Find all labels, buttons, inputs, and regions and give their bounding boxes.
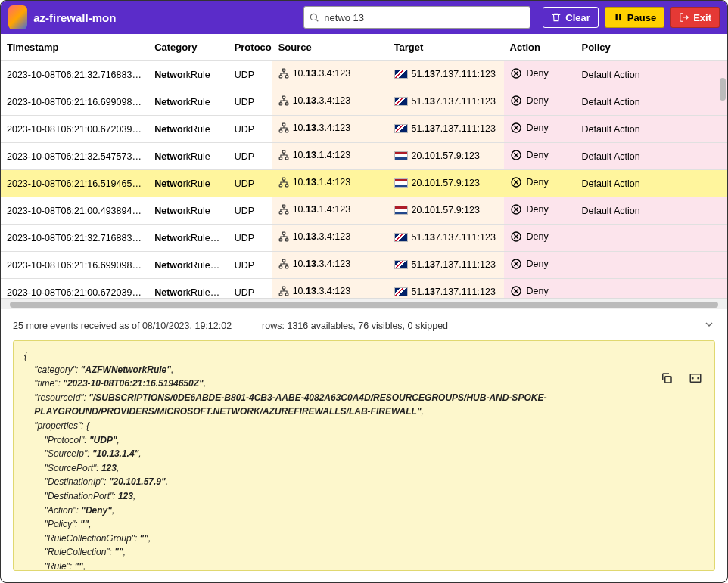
table-row[interactable]: 2023-10-08T06:21:00.6720390ZNetworkRule … — [1, 279, 727, 299]
chevron-down-icon — [703, 318, 715, 330]
cell-timestamp: 2023-10-08T06:21:32.7168830Z — [1, 225, 148, 252]
table-row[interactable]: 2023-10-08T06:21:16.5194650ZNetworkRuleU… — [1, 170, 727, 197]
table-row[interactable]: 2023-10-08T06:21:16.6990980ZNetworkRuleU… — [1, 88, 727, 116]
col-target[interactable]: Target — [388, 34, 504, 61]
events-table-wrap[interactable]: Timestamp Category Protocol Source Targe… — [1, 34, 727, 299]
col-source[interactable]: Source — [272, 34, 388, 61]
flag-icon — [394, 287, 408, 296]
cell-category: NetworkRule (legac — [148, 252, 228, 279]
cell-protocol: UDP — [229, 225, 272, 252]
cell-source: 10.13.3.4:123 — [272, 116, 388, 143]
cell-policy: Default Action — [576, 143, 728, 170]
cell-policy: Default Action — [576, 170, 728, 197]
network-icon — [278, 177, 289, 188]
cell-policy: Default Action — [576, 197, 728, 225]
svg-rect-52 — [282, 287, 285, 289]
deny-icon — [510, 122, 522, 134]
exit-button[interactable]: Exit — [670, 7, 720, 28]
search-box[interactable] — [303, 6, 530, 29]
flag-icon — [394, 233, 408, 242]
cell-category: NetworkRule — [148, 197, 228, 225]
pause-button[interactable]: Pause — [605, 7, 664, 28]
collapse-toggle[interactable] — [703, 318, 715, 333]
svg-rect-18 — [285, 130, 288, 132]
copy-icon[interactable] — [660, 371, 674, 385]
col-action[interactable]: Action — [504, 34, 576, 61]
trash-icon — [551, 12, 562, 23]
flag-icon — [394, 124, 408, 133]
flag-icon — [394, 97, 408, 106]
cell-target: 51.137.137.111:123 — [388, 116, 504, 143]
flag-icon — [394, 151, 408, 160]
cell-source: 10.13.3.4:123 — [272, 61, 388, 88]
svg-rect-48 — [285, 266, 288, 268]
app-title: az-firewall-mon — [33, 11, 116, 24]
cell-protocol: UDP — [229, 252, 272, 279]
svg-rect-58 — [665, 377, 671, 383]
cell-action: Deny — [504, 88, 576, 116]
app-header: az-firewall-mon Clear Pause Exit — [1, 1, 727, 34]
cell-timestamp: 2023-10-08T06:21:00.4938940Z — [1, 197, 148, 225]
cell-protocol: UDP — [229, 170, 272, 197]
app-logo — [8, 5, 27, 29]
clear-button[interactable]: Clear — [543, 7, 599, 28]
col-timestamp[interactable]: Timestamp — [1, 34, 148, 61]
cell-target: 51.137.137.111:123 — [388, 88, 504, 116]
search-input[interactable] — [324, 12, 525, 23]
svg-rect-35 — [279, 212, 282, 214]
cell-action: Deny — [504, 252, 576, 279]
svg-rect-12 — [285, 103, 288, 105]
col-protocol[interactable]: Protocol — [229, 34, 272, 61]
cell-policy — [576, 252, 728, 279]
vertical-scrollbar[interactable] — [720, 78, 726, 101]
cell-action: Deny — [504, 279, 576, 299]
cell-timestamp: 2023-10-08T06:21:16.6990980Z — [1, 88, 148, 116]
exit-icon — [679, 12, 689, 23]
table-row[interactable]: 2023-10-08T06:21:16.6990980ZNetworkRule … — [1, 252, 727, 279]
expand-icon[interactable] — [689, 371, 702, 385]
status-bar: 25 more events received as of 08/10/2023… — [13, 318, 715, 333]
cell-category: NetworkRule — [148, 88, 228, 116]
cell-protocol: UDP — [229, 197, 272, 225]
network-icon — [278, 95, 289, 106]
table-row[interactable]: 2023-10-08T06:21:32.7168830ZNetworkRuleU… — [1, 61, 727, 88]
cell-target: 51.137.137.111:123 — [388, 252, 504, 279]
cell-action: Deny — [504, 225, 576, 252]
network-icon — [278, 122, 289, 133]
network-icon — [278, 68, 289, 79]
table-row[interactable]: 2023-10-08T06:21:32.7168830ZNetworkRule … — [1, 225, 727, 252]
table-row[interactable]: 2023-10-08T06:21:00.4938940ZNetworkRuleU… — [1, 197, 727, 225]
cell-source: 10.13.1.4:123 — [272, 143, 388, 170]
cell-policy: Default Action — [576, 61, 728, 88]
cell-source: 10.13.3.4:123 — [272, 252, 388, 279]
cell-timestamp: 2023-10-08T06:21:32.5475730Z — [1, 143, 148, 170]
flag-icon — [394, 70, 408, 79]
svg-rect-54 — [285, 293, 288, 296]
cell-source: 10.13.1.4:123 — [272, 170, 388, 197]
events-status: 25 more events received as of 08/10/2023… — [13, 321, 232, 331]
table-row[interactable]: 2023-10-08T06:21:32.5475730ZNetworkRuleU… — [1, 143, 727, 170]
svg-rect-5 — [279, 76, 282, 78]
events-table: Timestamp Category Protocol Source Targe… — [1, 34, 727, 299]
cell-source: 10.13.1.4:123 — [272, 197, 388, 225]
horizontal-scrollbar[interactable] — [1, 299, 727, 309]
flag-icon — [394, 206, 408, 215]
svg-rect-24 — [285, 157, 288, 160]
cell-target: 51.137.137.111:123 — [388, 279, 504, 299]
rows-status: rows: 1316 availables, 76 visibles, 0 sk… — [262, 321, 448, 331]
svg-rect-53 — [279, 293, 282, 296]
cell-source: 10.13.3.4:123 — [272, 88, 388, 116]
deny-icon — [510, 149, 522, 161]
cell-policy — [576, 279, 728, 299]
table-row[interactable]: 2023-10-08T06:21:00.6720390ZNetworkRuleU… — [1, 116, 727, 143]
svg-rect-2 — [615, 14, 617, 20]
col-category[interactable]: Category — [148, 34, 228, 61]
deny-icon — [510, 176, 522, 188]
svg-rect-16 — [282, 123, 285, 126]
cell-action: Deny — [504, 143, 576, 170]
deny-icon — [510, 203, 522, 216]
deny-icon — [510, 67, 522, 79]
cell-policy: Default Action — [576, 88, 728, 116]
col-policy[interactable]: Policy — [576, 34, 728, 61]
cell-protocol: UDP — [229, 143, 272, 170]
